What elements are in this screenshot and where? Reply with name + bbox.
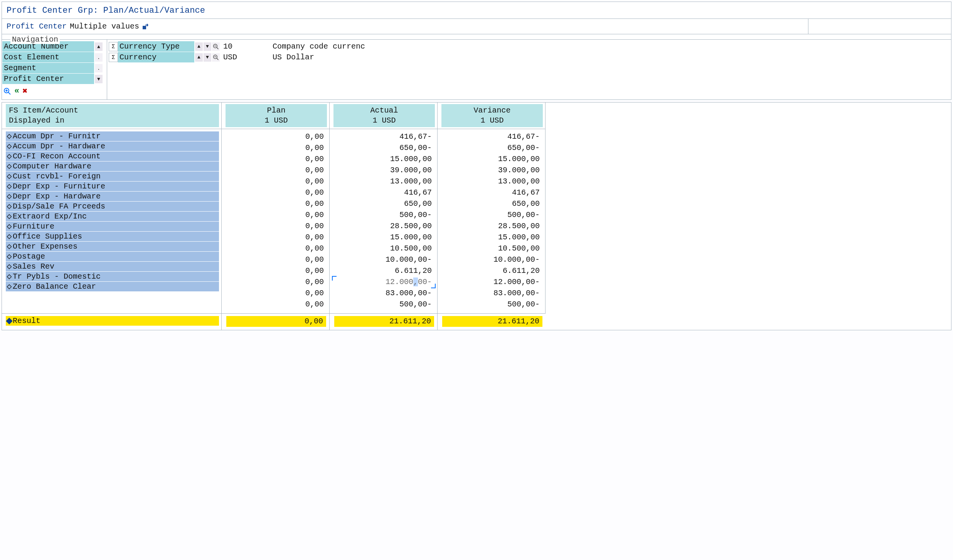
- col-plan-header: Plan: [229, 106, 324, 116]
- actual-cell[interactable]: 6.611,20: [333, 266, 435, 276]
- sort-up-icon[interactable]: ▲: [95, 42, 103, 51]
- table-row[interactable]: Zero Balance Clear: [6, 282, 219, 291]
- table-row[interactable]: Accum Dpr - Hardware: [6, 141, 219, 151]
- table-row[interactable]: Office Supplies: [6, 232, 219, 241]
- plan-cell[interactable]: 0,00: [226, 288, 327, 299]
- actual-cell[interactable]: 15.000,00: [333, 154, 435, 165]
- actual-cell[interactable]: 10.000,00-: [333, 254, 435, 265]
- variance-cell[interactable]: 10.000,00-: [441, 254, 543, 265]
- nav-characteristic[interactable]: Cost Element.: [2, 52, 107, 63]
- sort-down-icon[interactable]: ▼: [204, 53, 211, 62]
- nav-filter-desc: US Dollar: [273, 53, 314, 62]
- sort-down-icon[interactable]: ▼: [204, 42, 211, 51]
- table-row[interactable]: Extraord Exp/Inc: [6, 212, 219, 221]
- col-displayed-header: Displayed in: [9, 116, 216, 126]
- actual-cell[interactable]: 12.000,00-: [333, 277, 435, 288]
- table-row[interactable]: Depr Exp - Furniture: [6, 182, 219, 191]
- variance-cell[interactable]: 10.500,00: [441, 243, 543, 254]
- close-icon[interactable]: ✖: [22, 86, 27, 96]
- actual-cell[interactable]: 416,67: [333, 187, 435, 198]
- plan-cell[interactable]: 0,00: [226, 232, 327, 243]
- diamond-outline-icon: [7, 244, 12, 249]
- table-row[interactable]: Cust rcvbl- Foreign: [6, 172, 219, 181]
- plan-cell[interactable]: 0,00: [226, 131, 327, 142]
- plan-cell[interactable]: 0,00: [226, 277, 327, 288]
- table-row-label: Office Supplies: [13, 232, 82, 241]
- table-row[interactable]: Sales Rev: [6, 262, 219, 271]
- sigma-icon[interactable]: Σ: [109, 42, 118, 51]
- table-row[interactable]: CO-FI Recon Account: [6, 151, 219, 161]
- dot-icon[interactable]: .: [95, 53, 103, 62]
- actual-cell[interactable]: 15.000,00: [333, 232, 435, 243]
- plan-cell[interactable]: 0,00: [226, 266, 327, 276]
- variance-cell[interactable]: 650,00-: [441, 143, 543, 153]
- table-row[interactable]: Accum Dpr - Furnitr: [6, 131, 219, 141]
- plan-cell[interactable]: 0,00: [226, 165, 327, 176]
- variance-cell[interactable]: 650,00: [441, 198, 543, 209]
- nav-filter-label: Currency: [118, 52, 194, 62]
- actual-cell[interactable]: 13.000,00: [333, 176, 435, 187]
- variance-cell[interactable]: 500,00-: [441, 299, 543, 310]
- table-row-label: Depr Exp - Hardware: [13, 192, 101, 201]
- plan-cell[interactable]: 0,00: [226, 143, 327, 153]
- actual-cell[interactable]: 650,00: [333, 198, 435, 209]
- actual-cell[interactable]: 10.500,00: [333, 243, 435, 254]
- plan-cell[interactable]: 0,00: [226, 221, 327, 232]
- variance-cell[interactable]: 416,67: [441, 187, 543, 198]
- back-double-icon[interactable]: «: [14, 86, 19, 96]
- dot-icon[interactable]: .: [95, 64, 103, 72]
- sort-up-icon[interactable]: ▲: [195, 42, 203, 51]
- plan-cell[interactable]: 0,00: [226, 176, 327, 187]
- variance-cell[interactable]: 28.500,00: [441, 221, 543, 232]
- table-row[interactable]: Depr Exp - Hardware: [6, 192, 219, 201]
- table-row[interactable]: Postage: [6, 252, 219, 261]
- variance-cell[interactable]: 500,00-: [441, 210, 543, 220]
- plan-cell[interactable]: 0,00: [226, 210, 327, 220]
- sort-up-icon[interactable]: ▲: [195, 53, 203, 62]
- nav-characteristic[interactable]: Segment.: [2, 63, 107, 74]
- table-row[interactable]: Disp/Sale FA Prceeds: [6, 202, 219, 211]
- zoom-out-icon[interactable]: [212, 42, 220, 51]
- plan-cell[interactable]: 0,00: [226, 198, 327, 209]
- open-selection-icon[interactable]: [142, 24, 149, 30]
- table-row[interactable]: Other Expenses: [6, 242, 219, 251]
- svg-line-6: [217, 47, 219, 49]
- variance-cell[interactable]: 12.000,00-: [441, 277, 543, 288]
- variance-cell[interactable]: 416,67-: [441, 131, 543, 142]
- actual-cell[interactable]: 28.500,00: [333, 221, 435, 232]
- svg-line-2: [8, 92, 10, 94]
- nav-filter-label: Currency Type: [118, 41, 194, 52]
- plan-cell[interactable]: 0,00: [226, 254, 327, 265]
- actual-cell[interactable]: 500,00-: [333, 210, 435, 220]
- variance-cell[interactable]: 13.000,00: [441, 176, 543, 187]
- actual-cell[interactable]: 39.000,00: [333, 165, 435, 176]
- diamond-outline-icon: [7, 274, 12, 279]
- plan-cell[interactable]: 0,00: [226, 299, 327, 310]
- zoom-out-icon[interactable]: [212, 53, 220, 62]
- actual-cell[interactable]: 83.000,00-: [333, 288, 435, 299]
- plan-cell[interactable]: 0,00: [226, 154, 327, 165]
- actual-cell[interactable]: 500,00-: [333, 299, 435, 310]
- nav-characteristic-label: Segment: [2, 63, 94, 73]
- zoom-in-icon[interactable]: [3, 87, 11, 95]
- nav-characteristic[interactable]: Profit Center▼: [2, 74, 107, 84]
- table-row[interactable]: Computer Hardware: [6, 161, 219, 171]
- col-actual-header: Actual: [337, 106, 432, 116]
- plan-cell[interactable]: 0,00: [226, 243, 327, 254]
- actual-cell[interactable]: 650,00-: [333, 143, 435, 153]
- variance-cell[interactable]: 15.000,00: [441, 154, 543, 165]
- nav-filter-row: ΣCurrency Type▲▼10Company code currenc: [107, 41, 951, 52]
- sort-down-icon[interactable]: ▼: [95, 75, 103, 83]
- variance-cell[interactable]: 83.000,00-: [441, 288, 543, 299]
- table-row[interactable]: Furniture: [6, 222, 219, 231]
- table-row[interactable]: Tr Pybls - Domestic: [6, 272, 219, 281]
- result-row[interactable]: Result: [6, 316, 219, 326]
- variance-cell[interactable]: 39.000,00: [441, 165, 543, 176]
- actual-cell[interactable]: 416,67-: [333, 131, 435, 142]
- col-actual-unit: 1 USD: [337, 116, 432, 126]
- sigma-icon[interactable]: Σ: [109, 53, 118, 62]
- variance-cell[interactable]: 15.000,00: [441, 232, 543, 243]
- variance-cell[interactable]: 6.611,20: [441, 266, 543, 276]
- col-variance-unit: 1 USD: [445, 116, 540, 126]
- plan-cell[interactable]: 0,00: [226, 187, 327, 198]
